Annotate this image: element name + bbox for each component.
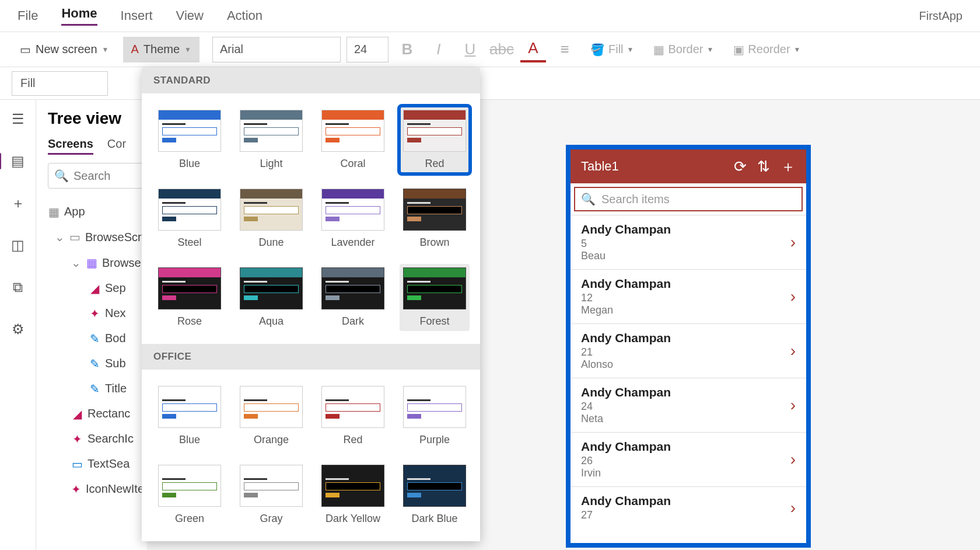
theme-option-dark[interactable]: Dark [318,264,388,331]
chevron-down-icon: ▼ [102,46,109,54]
tree-node-browsegallery[interactable]: ⌄ ▦ Browse [48,250,147,276]
item-subtitle: 24 [581,401,790,413]
menu-action[interactable]: Action [227,8,262,23]
property-value: Fill [20,76,36,90]
refresh-icon[interactable]: ⟳ [734,158,747,176]
item-title: Andy Champan [581,385,790,399]
chevron-down-icon: ▼ [794,46,801,54]
tree-node-bod[interactable]: ✎ Bod [48,326,147,351]
tree-node-textsearch[interactable]: ▭ TextSea [48,451,147,476]
theme-option-red[interactable]: Red [318,382,388,450]
item-title: Andy Champan [581,331,790,345]
theme-option-purple[interactable]: Purple [400,382,470,450]
theme-icon: A [131,43,139,56]
menu-home[interactable]: Home [61,6,97,26]
tree-panel: Tree view Screens Cor 🔍 Search ▦ App ⌄ ▭… [36,100,147,550]
theme-label: Forest [419,315,449,328]
font-color-button[interactable]: A [520,37,546,62]
theme-option-red[interactable]: Red [400,106,470,173]
theme-option-dark yellow[interactable]: Dark Yellow [318,461,388,528]
list-item[interactable]: Andy Champan 21 Alonso › [570,323,806,378]
menu-insert[interactable]: Insert [121,8,153,23]
tree-node-searchicon[interactable]: ✦ SearchIc [48,426,147,451]
tree-node-title[interactable]: ✎ Title [48,376,147,401]
theme-option-brown[interactable]: Brown [400,185,470,252]
search-items-input[interactable]: 🔍 Search items [574,187,803,211]
font-size-select[interactable]: 24 [346,37,388,62]
media-icon[interactable]: ⧉ [9,279,27,296]
list-item[interactable]: Andy Champan 24 Neta › [570,378,806,432]
font-name-select[interactable]: Arial [212,37,341,62]
strike-button[interactable]: abc [489,37,514,62]
tree-search-placeholder: Search [74,169,110,183]
fill-button[interactable]: 🪣 Fill ▼ [583,43,640,57]
theme-label: Lavender [331,236,374,249]
theme-option-lavender[interactable]: Lavender [318,185,388,252]
theme-label: Green [175,513,204,525]
chevron-right-icon: › [790,342,796,360]
menu-view[interactable]: View [176,8,204,23]
theme-button[interactable]: A Theme ▼ [123,37,200,62]
border-icon: ▦ [653,43,664,57]
expand-icon[interactable]: ⌄ [55,230,65,244]
shape-icon: ◢ [71,408,83,420]
chevron-right-icon: › [790,396,796,415]
item-subtitle: 26 [581,455,790,467]
theme-label: Purple [419,434,450,446]
theme-option-aqua[interactable]: Aqua [236,264,306,331]
underline-button[interactable]: U [457,37,483,62]
theme-option-blue[interactable]: Blue [155,106,225,173]
theme-option-light[interactable]: Light [236,106,306,173]
theme-option-coral[interactable]: Coral [318,106,388,173]
tree-node-app[interactable]: ▦ App [48,199,147,224]
tree-node-label: App [64,205,85,218]
font-size-value: 24 [354,43,367,56]
settings-icon[interactable]: ⚙ [9,321,27,338]
item-subtitle: 12 [581,292,790,304]
tree-node-browsescreen[interactable]: ⌄ ▭ BrowseScree [48,224,147,250]
new-screen-button[interactable]: ▭ New screen ▼ [12,37,117,62]
insert-icon[interactable]: ＋ [9,194,27,212]
tab-screens[interactable]: Screens [48,137,93,155]
theme-option-rose[interactable]: Rose [155,264,225,331]
align-button[interactable]: ≡ [552,37,578,62]
theme-label: Blue [179,434,200,446]
tab-components[interactable]: Cor [107,137,126,155]
theme-label: Theme [144,43,180,56]
italic-button[interactable]: I [426,37,452,62]
property-select[interactable]: Fill [12,71,108,96]
theme-option-steel[interactable]: Steel [155,185,225,252]
menu-file[interactable]: File [18,8,38,23]
reorder-button[interactable]: ▣ Reorder ▼ [726,43,807,57]
theme-option-dune[interactable]: Dune [236,185,306,252]
theme-option-gray[interactable]: Gray [236,461,306,528]
list-item[interactable]: Andy Champan 5 Beau › [570,215,806,269]
theme-option-forest[interactable]: Forest [400,264,470,331]
tree-node-iconnew[interactable]: ✦ IconNewItem1 [48,476,147,502]
list-item[interactable]: Andy Champan 12 Megan › [570,269,806,323]
border-button[interactable]: ▦ Border ▼ [646,43,720,57]
hamburger-icon[interactable]: ☰ [9,110,27,128]
list-item[interactable]: Andy Champan 27 › [570,486,806,528]
theme-label: Dark Yellow [326,513,380,525]
theme-option-blue[interactable]: Blue [155,382,225,450]
bold-button[interactable]: B [394,37,420,62]
theme-option-green[interactable]: Green [155,461,225,528]
data-icon[interactable]: ◫ [9,236,27,254]
item-title: Andy Champan [581,222,790,236]
theme-option-dark blue[interactable]: Dark Blue [400,461,470,528]
sort-icon[interactable]: ⇅ [757,158,770,176]
tree-view-icon[interactable]: ▤ [9,152,27,170]
tree-search[interactable]: 🔍 Search [48,163,147,189]
theme-option-orange[interactable]: Orange [236,382,306,450]
expand-icon[interactable]: ⌄ [71,256,81,270]
list-item[interactable]: Andy Champan 26 Irvin › [570,432,806,486]
tree-node-rectangle[interactable]: ◢ Rectanc [48,401,147,426]
screen-icon: ▭ [69,231,80,243]
tree-node-nex[interactable]: ✦ Nex [48,301,147,326]
tree-node-label: Title [105,382,127,395]
tree-node-sep[interactable]: ◢ Sep [48,276,147,301]
item-title: Andy Champan [581,440,790,454]
tree-node-sub[interactable]: ✎ Sub [48,351,147,376]
add-icon[interactable]: ＋ [780,156,796,177]
